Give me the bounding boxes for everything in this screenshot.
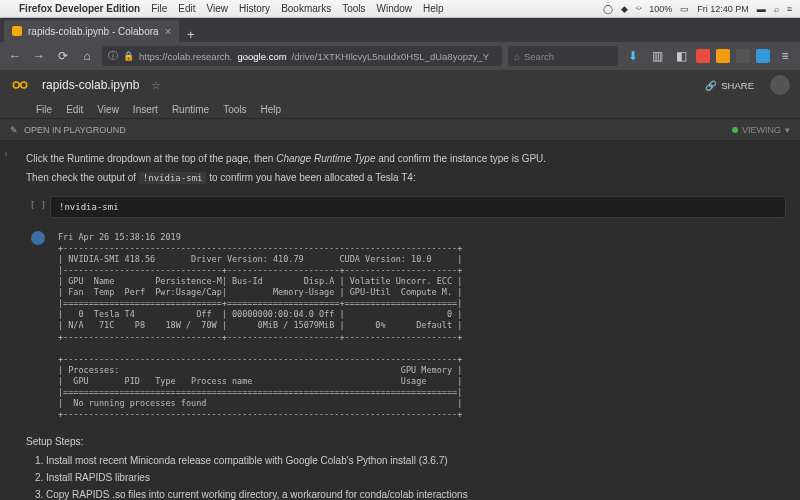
status-tray: ◯ ◆ ⌔ 100% ▭ Fri 12:40 PM ▬ ⌕ ≡ (603, 4, 792, 14)
wifi-icon[interactable]: ⌔ (636, 4, 641, 14)
ext-icon-2[interactable] (716, 49, 730, 63)
info-icon[interactable]: ⓘ (108, 50, 118, 63)
browser-tab[interactable]: rapids-colab.ipynb - Colabora × (4, 20, 179, 42)
url-path: /drive/1XTKHIlcvyL5nuIdx0HSL_dUa8yopzy_Y (292, 51, 490, 62)
playground-button[interactable]: OPEN IN PLAYGROUND (24, 125, 126, 135)
status-dot-icon (732, 127, 738, 133)
ext-icon-4[interactable] (756, 49, 770, 63)
home-button[interactable]: ⌂ (78, 47, 96, 65)
output-indicator-icon[interactable] (31, 231, 45, 245)
url-prefix: https://colab.research. (139, 51, 232, 62)
url-domain: google.com (237, 51, 286, 62)
colab-menu-runtime[interactable]: Runtime (172, 104, 209, 115)
output-cell-1: Fri Apr 26 15:38:16 2019 +--------------… (26, 226, 786, 426)
svg-point-1 (21, 82, 27, 88)
colab-menu-help[interactable]: Help (260, 104, 281, 115)
list-item: Install most recent Miniconda release co… (46, 453, 786, 468)
intro-text-1c: and confirm the instance type is GPU. (375, 153, 546, 164)
share-icon: 🔗 (705, 80, 717, 91)
library-icon[interactable]: ▥ (648, 47, 666, 65)
download-icon[interactable]: ⬇ (624, 47, 642, 65)
sidebar-icon[interactable]: ◧ (672, 47, 690, 65)
hamburger-icon[interactable]: ≡ (776, 47, 794, 65)
colab-menu-view[interactable]: View (97, 104, 119, 115)
flag-icon[interactable]: ▬ (757, 4, 766, 14)
menu-history[interactable]: History (239, 3, 270, 14)
cell-run-button[interactable]: [ ] (26, 196, 50, 219)
code-input-1[interactable]: !nvidia-smi (50, 196, 786, 219)
tab-title: rapids-colab.ipynb - Colabora (28, 26, 159, 37)
browser-search[interactable]: ⌕ Search (508, 46, 618, 66)
forward-button[interactable]: → (30, 47, 48, 65)
intro-code: !nvidia-smi (139, 172, 207, 184)
reload-button[interactable]: ⟳ (54, 47, 72, 65)
search-icon: ⌕ (514, 51, 520, 62)
ext-icon-1[interactable] (696, 49, 710, 63)
new-tab-button[interactable]: + (179, 27, 203, 42)
menu-window[interactable]: Window (377, 3, 413, 14)
document-title[interactable]: rapids-colab.ipynb (38, 76, 143, 94)
colab-menu-insert[interactable]: Insert (133, 104, 158, 115)
setup-heading: Setup Steps: (26, 434, 786, 449)
lock-icon: 🔒 (123, 51, 134, 61)
ext-icon-3[interactable] (736, 49, 750, 63)
content-wrap: › Click the Runtime dropdown at the top … (0, 141, 800, 500)
setup-list: Install most recent Miniconda release co… (26, 453, 786, 500)
viewing-status[interactable]: VIEWING ▾ (732, 125, 790, 135)
left-gutter[interactable]: › (0, 141, 12, 500)
spotlight-icon[interactable]: ⌕ (774, 4, 779, 14)
intro-text-1b: Change Runtime Type (276, 153, 375, 164)
svg-point-0 (13, 82, 19, 88)
list-item: Copy RAPIDS .so files into current worki… (46, 487, 786, 500)
intro-text-1a: Click the Runtime dropdown at the top of… (26, 153, 276, 164)
list-item: Install RAPIDS libraries (46, 470, 786, 485)
intro-text-2c: to confirm you have been allocated a Tes… (206, 172, 415, 183)
colab-toolbar: rapids-colab.ipynb ☆ 🔗 SHARE File Edit V… (0, 70, 800, 141)
shield-icon[interactable]: ◆ (621, 4, 628, 14)
search-placeholder: Search (524, 51, 554, 62)
code-cell-1[interactable]: [ ] !nvidia-smi (26, 196, 786, 219)
menu-extra-icon[interactable]: ≡ (787, 4, 792, 14)
code-output-1: Fri Apr 26 15:38:16 2019 +--------------… (50, 226, 786, 426)
battery-text: 100% (649, 4, 672, 14)
text-cell-intro: Click the Runtime dropdown at the top of… (26, 151, 786, 186)
menu-help[interactable]: Help (423, 3, 444, 14)
browser-chrome: rapids-colab.ipynb - Colabora × + ← → ⟳ … (0, 18, 800, 70)
menu-file[interactable]: File (151, 3, 167, 14)
nav-bar: ← → ⟳ ⌂ ⓘ 🔒 https://colab.research.googl… (0, 42, 800, 70)
back-button[interactable]: ← (6, 47, 24, 65)
menu-tools[interactable]: Tools (342, 3, 365, 14)
colab-menu-file[interactable]: File (36, 104, 52, 115)
tab-strip: rapids-colab.ipynb - Colabora × + (0, 18, 800, 42)
colab-header: rapids-colab.ipynb ☆ 🔗 SHARE (0, 70, 800, 100)
clock[interactable]: Fri 12:40 PM (697, 4, 749, 14)
url-bar[interactable]: ⓘ 🔒 https://colab.research.google.com/dr… (102, 46, 502, 66)
circle-icon[interactable]: ◯ (603, 4, 613, 14)
viewing-label: VIEWING (742, 125, 781, 135)
avatar[interactable] (770, 75, 790, 95)
share-label: SHARE (721, 80, 754, 91)
intro-text-2a: Then check the output of (26, 172, 139, 183)
colab-favicon-icon (12, 26, 22, 36)
share-button[interactable]: 🔗 SHARE (697, 76, 762, 95)
battery-icon: ▭ (680, 4, 689, 14)
app-name[interactable]: Firefox Developer Edition (19, 3, 140, 14)
macos-menubar: Firefox Developer Edition File Edit View… (0, 0, 800, 18)
star-icon[interactable]: ☆ (151, 79, 161, 92)
colab-menu-tools[interactable]: Tools (223, 104, 246, 115)
colab-menu: File Edit View Insert Runtime Tools Help (0, 100, 800, 118)
colab-menu-edit[interactable]: Edit (66, 104, 83, 115)
colab-logo-icon[interactable] (10, 75, 30, 95)
menu-view[interactable]: View (207, 3, 229, 14)
text-cell-setup: Setup Steps: Install most recent Minicon… (26, 434, 786, 500)
chevron-down-icon: ▾ (785, 125, 790, 135)
tab-close-icon[interactable]: × (165, 25, 171, 37)
pencil-icon: ✎ (10, 125, 18, 135)
menu-bookmarks[interactable]: Bookmarks (281, 3, 331, 14)
menu-edit[interactable]: Edit (178, 3, 195, 14)
colab-subbar: ✎ OPEN IN PLAYGROUND VIEWING ▾ (0, 118, 800, 140)
notebook-body[interactable]: Click the Runtime dropdown at the top of… (12, 141, 800, 500)
